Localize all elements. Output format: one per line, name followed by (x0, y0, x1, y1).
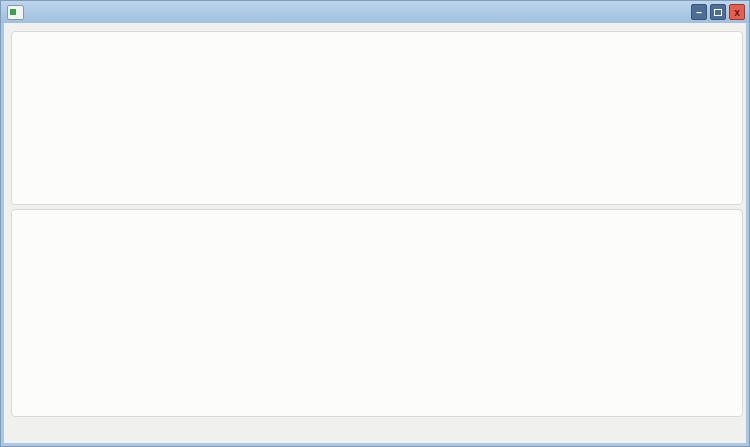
minimize-icon[interactable]: – (691, 4, 707, 20)
maximize-icon[interactable] (710, 4, 726, 20)
titlebar: – x (1, 1, 749, 23)
app-icon (7, 5, 24, 20)
liquidation-data-panel (11, 209, 743, 417)
window-liquidar-titulo: – x (0, 0, 750, 447)
close-icon[interactable]: x (729, 4, 745, 20)
header-form-panel (11, 31, 743, 205)
button-bar (235, 417, 749, 445)
